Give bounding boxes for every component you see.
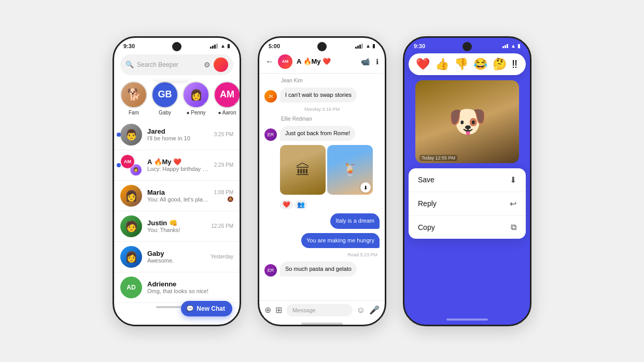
photo-timestamp: Today 12:55 PM [419, 155, 457, 161]
reaction-heart[interactable]: ❤️ [280, 200, 293, 209]
video-call-icon[interactable]: 📹 [361, 57, 370, 66]
battery-icon-3: ▮ [517, 43, 521, 49]
attachment-icon[interactable]: ⊞ [275, 305, 282, 315]
reaction-heart-btn[interactable]: ❤️ [416, 57, 430, 71]
chat-item-maria[interactable]: 👩 Maria You: All good, let's plan in our… [114, 181, 240, 211]
reaction-people[interactable]: 👥 [295, 200, 307, 209]
chat-info-maria: Maria You: All good, let's plan in our m… [147, 189, 209, 202]
back-button[interactable]: ← [265, 57, 274, 66]
phone-3: 9:30 ▲ ▮ ❤️ 👍 👎 😂 🤔 ‼️ 🐶 Today 12:55 PM [403, 36, 531, 326]
reaction-think-btn[interactable]: 🤔 [493, 57, 507, 71]
context-menu: Save ⬇ Reply ↩ Copy ⧉ [409, 168, 526, 239]
header-avatar: AM [278, 54, 292, 69]
signal-icon-2 [355, 44, 363, 49]
unread-indicator [117, 133, 121, 137]
reaction-bar: ❤️ 👥 [280, 200, 380, 209]
context-copy[interactable]: Copy ⧉ [409, 216, 526, 239]
info-icon[interactable]: ℹ [376, 57, 379, 66]
sender-label-ellie: Ellie Redman [264, 116, 380, 122]
battery-icon: ▮ [227, 43, 230, 49]
search-input[interactable]: Search Beeper [137, 61, 198, 68]
status-bar-3: 9:30 ▲ ▮ [404, 38, 530, 51]
chat-item-group[interactable]: AM 👩 A 🔥My ❤️ Lucy: Happy birthday Ellie… [114, 150, 240, 181]
avatar-jean: JK [264, 90, 277, 103]
settings-icon[interactable]: ⚙ [204, 61, 211, 69]
chat-item-justin[interactable]: 🧑 Justin 👊 You: Thanks! 12:26 PM [114, 211, 240, 242]
time-2: 5:00 [269, 43, 280, 49]
chat-time-group: 2:29 PM [214, 162, 233, 168]
copy-label: Copy [418, 223, 435, 231]
save-icon: ⬇ [510, 175, 516, 185]
save-label: Save [418, 176, 435, 184]
bubble-sent-2: You are making me hungry [301, 233, 380, 248]
chat-preview-adrienne: Omg, that looks so nice! [147, 288, 233, 294]
reaction-thumbsdown-btn[interactable]: 👎 [454, 57, 468, 71]
new-chat-button[interactable]: 💬 New Chat [181, 301, 232, 316]
story-fam[interactable]: 🐕 Fam [120, 81, 147, 115]
time-3: 9:30 [414, 43, 425, 49]
add-icon[interactable]: ⊕ [264, 305, 271, 315]
chat-name-gaby: Gaby [147, 250, 205, 257]
chat-preview-gaby: Awesome. [147, 257, 205, 264]
chat-name-jared: Jared [147, 127, 209, 135]
chat-list: 👨 Jared I'll be home in 10 3:25 PM AM 👩 … [114, 120, 240, 303]
new-chat-label: New Chat [197, 305, 225, 312]
emoji-icon[interactable]: ☺ [357, 306, 365, 315]
chat-preview-maria: You: All good, let's plan in our meeting… [147, 196, 209, 202]
chat-item-gaby[interactable]: 👩 Gaby Awesome. Yesterday [114, 242, 240, 272]
message-1: JK I can't wait to swap stories [264, 88, 380, 103]
home-indicator-3 [446, 318, 488, 321]
chat-item-jared[interactable]: 👨 Jared I'll be home in 10 3:25 PM [114, 120, 240, 150]
online-indicator-aaron [235, 103, 239, 107]
rome-photo-1: 🏛 [280, 145, 326, 195]
search-icon: 🔍 [125, 61, 134, 68]
stories-row: 🐕 Fam Welcome toblue bubbles! GB Gaby 👩 … [114, 79, 240, 120]
message-3: ER So much pasta and gelato [264, 262, 380, 277]
chat-input-bar: ⊕ ⊞ Message ☺ 🎤 [259, 300, 385, 320]
dog-emoji: 🐶 [448, 103, 487, 140]
reaction-popup: ❤️ 👍 👎 😂 🤔 ‼️ [409, 53, 526, 75]
chat-header: ← AM A 🔥My ❤️ 📹 ℹ [259, 51, 385, 74]
muted-icon: 🔕 [227, 196, 233, 202]
download-button[interactable]: ⬇ [360, 182, 371, 193]
home-indicator-2 [301, 323, 343, 325]
status-bar-1: 9:30 ▲ ▮ [114, 38, 240, 51]
signal-icon [210, 44, 218, 49]
story-penny[interactable]: 👩 ● Penny [183, 81, 209, 115]
chat-avatar-maria: 👩 [120, 185, 142, 207]
message-sent-1: Italy is a dream [264, 213, 380, 228]
header-title: A 🔥My ❤️ [297, 57, 357, 65]
wifi-icon: ▲ [220, 43, 226, 49]
header-actions: 📹 ℹ [361, 57, 379, 66]
chat-info-adrienne: Adrienne Omg, that looks so nice! [147, 280, 233, 294]
status-bar-2: 5:00 ▲ ▮ [259, 38, 385, 51]
context-reply[interactable]: Reply ↩ [409, 192, 526, 216]
notch-3 [463, 42, 472, 51]
chat-time-jared: 3:25 PM [214, 132, 233, 137]
status-icons-1: ▲ ▮ [210, 43, 230, 49]
voice-icon[interactable]: 🎤 [369, 305, 380, 315]
chat-item-adrienne[interactable]: AD Adrienne Omg, that looks so nice! [114, 272, 240, 303]
user-avatar[interactable] [214, 57, 228, 72]
story-aaron[interactable]: AM ● Aaron [214, 81, 240, 115]
story-tooltip-gaby: Welcome toblue bubbles! [155, 79, 189, 81]
chat-preview-group: Lucy: Happy birthday Ellie!! Hope you've… [147, 166, 209, 172]
reaction-laugh-btn[interactable]: 😂 [473, 57, 487, 71]
message-2: ER Just got back from Rome! [264, 126, 380, 141]
reaction-exclaim-btn[interactable]: ‼️ [512, 57, 517, 71]
search-bar[interactable]: 🔍 Search Beeper ⚙ [120, 54, 233, 75]
story-gaby[interactable]: Welcome toblue bubbles! GB Gaby [151, 81, 178, 115]
chat-avatar-jared: 👨 [120, 124, 142, 146]
avatar-ellie-2: ER [264, 264, 277, 277]
context-save[interactable]: Save ⬇ [409, 168, 526, 192]
message-input[interactable]: Message [286, 304, 353, 316]
story-label-aaron: ● Aaron [218, 110, 236, 115]
story-label-fam: Fam [129, 110, 139, 115]
chat-info-gaby: Gaby Awesome. [147, 250, 205, 264]
reaction-thumbsup-btn[interactable]: 👍 [435, 57, 449, 71]
bubble-3: So much pasta and gelato [280, 262, 357, 277]
chat-info-group: A 🔥My ❤️ Lucy: Happy birthday Ellie!! Ho… [147, 158, 209, 172]
copy-icon: ⧉ [511, 223, 516, 232]
avatar-ellie: ER [264, 128, 277, 141]
photo-collage: 🏛 🍹 ⬇ [280, 145, 380, 195]
